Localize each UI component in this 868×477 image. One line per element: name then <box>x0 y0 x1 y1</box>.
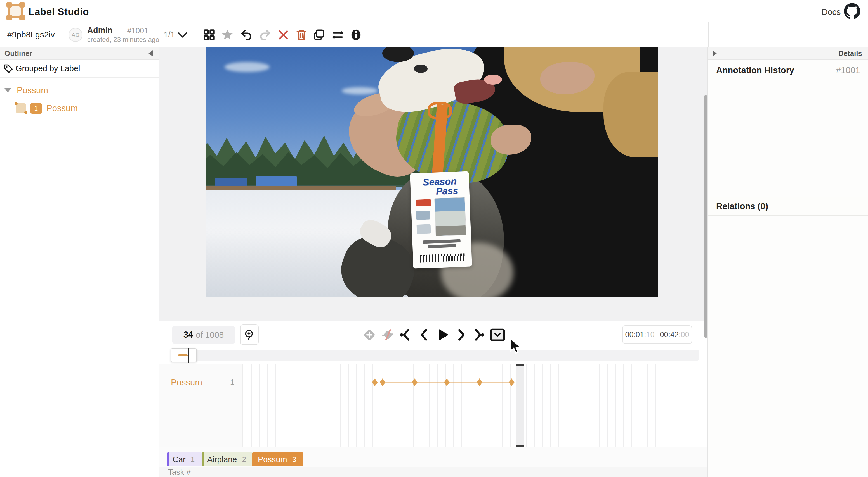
timeline-gridline <box>275 364 276 447</box>
prev-frame-button[interactable] <box>416 327 432 343</box>
timeline-gridline <box>324 364 324 447</box>
label-hotkey-bar: Car 1 Airplane 2 Possum 3 <box>159 447 708 467</box>
seek-track[interactable] <box>170 350 699 361</box>
timeline-gridline <box>332 364 333 447</box>
label-chip-car[interactable]: Car 1 <box>167 452 202 466</box>
frame-counter[interactable]: 34 of 1008 <box>172 326 235 344</box>
timeline-gridline <box>550 364 551 447</box>
current-frame: 34 <box>183 330 193 340</box>
timeline-grid[interactable] <box>243 364 696 447</box>
timeline-gridline <box>607 364 608 447</box>
playhead[interactable] <box>188 348 189 363</box>
settings-sliders-icon[interactable] <box>331 29 344 41</box>
video-frame[interactable]: Season Pass <box>206 47 658 298</box>
relations-title: Relations (0) <box>716 201 768 211</box>
avatar[interactable]: AD <box>68 28 83 42</box>
label-hotkey: 3 <box>292 455 296 464</box>
seek-bar <box>159 348 708 364</box>
annotation-created-at: created, 23 minutes ago <box>87 36 159 43</box>
grid-view-icon[interactable] <box>203 29 216 41</box>
timeline-gridline <box>421 364 422 447</box>
current-time[interactable]: 00:01:10 <box>623 326 657 343</box>
delete-icon[interactable] <box>295 29 308 41</box>
timeline-gridline <box>372 364 373 447</box>
timeline: Possum 1 <box>159 364 708 447</box>
timeline-gridline <box>380 364 381 447</box>
details-title: Details <box>838 49 862 58</box>
next-frame-button[interactable] <box>453 327 469 343</box>
timeline-gridline <box>566 364 567 447</box>
docs-link[interactable]: Docs <box>822 7 841 17</box>
details-panel: Details Annotation History #1001 Relatio… <box>708 47 868 477</box>
label-text: Car <box>173 455 186 464</box>
task-footer: Task # <box>159 467 708 477</box>
remove-keyframe-button[interactable] <box>380 327 396 343</box>
timeline-gridline <box>405 364 405 447</box>
prev-keyframe-button[interactable] <box>397 327 413 343</box>
expand-panel-icon[interactable] <box>713 50 717 56</box>
timeline-gridline <box>445 364 446 447</box>
timeline-gridline <box>453 364 454 447</box>
task-id-tab[interactable]: #9pb8Lgs2iv <box>0 22 62 47</box>
info-icon[interactable] <box>349 29 363 41</box>
timeline-gridline <box>688 364 688 447</box>
timeline-gridline <box>534 364 535 447</box>
play-button[interactable] <box>435 327 451 343</box>
timeline-gridline <box>680 364 680 447</box>
timeline-gridline <box>461 364 462 447</box>
timeline-track-count: 1 <box>230 378 235 387</box>
timeline-gridline <box>494 364 494 447</box>
timeline-range-marker[interactable] <box>516 364 524 447</box>
grouping-selector[interactable]: Grouped by Label <box>0 60 159 78</box>
next-keyframe-button[interactable] <box>471 327 487 343</box>
timeline-track-header[interactable]: Possum 1 <box>159 364 243 447</box>
label-chip-airplane[interactable]: Airplane 2 <box>202 452 253 466</box>
keyframe-diamond[interactable] <box>444 378 450 386</box>
tree-group-possum[interactable]: Possum <box>0 83 159 99</box>
timeline-gridline <box>623 364 624 447</box>
star-icon[interactable] <box>221 29 234 41</box>
timeline-gridline <box>502 364 502 447</box>
undo-icon[interactable] <box>240 29 253 41</box>
grouping-label: Grouped by Label <box>16 64 80 73</box>
time-display: 00:01:10 00:42:00 <box>622 326 692 344</box>
annotated-span <box>178 354 188 356</box>
label-chip-possum[interactable]: Possum 3 <box>252 452 303 466</box>
caret-down-icon[interactable] <box>4 88 11 93</box>
collapse-panel-icon[interactable] <box>149 50 153 57</box>
github-icon[interactable] <box>844 3 860 19</box>
app-title: Label Studio <box>29 6 89 17</box>
video-stage: Season Pass <box>159 47 708 321</box>
duplicate-icon[interactable] <box>313 29 326 41</box>
tree-region-possum[interactable]: 1 Possum <box>0 100 159 118</box>
add-keyframe-button[interactable] <box>362 327 377 343</box>
app-header: Label Studio Docs <box>0 0 868 22</box>
vertical-scrollbar[interactable] <box>705 95 707 338</box>
annotation-history-title: Annotation History <box>716 65 794 75</box>
timeline-gridline <box>655 364 656 447</box>
total-time: 00:42:00 <box>657 326 691 343</box>
chevron-down-icon[interactable] <box>178 31 188 39</box>
label-text: Possum <box>258 455 287 464</box>
timeline-gridline <box>640 364 640 447</box>
timeline-gridline <box>591 364 591 447</box>
relations-section[interactable]: Relations (0) <box>708 197 868 215</box>
zoom-in-button[interactable] <box>240 324 259 345</box>
label-hotkey: 1 <box>191 455 195 464</box>
collapse-timeline-button[interactable] <box>490 327 505 343</box>
annotation-pager: 1/1 <box>163 30 175 39</box>
timeline-gridline <box>251 364 252 447</box>
timeline-gridline <box>300 364 300 447</box>
timeline-gridline <box>348 364 349 447</box>
timeline-gridline <box>615 364 616 447</box>
video-season-pass-badge: Season Pass <box>410 171 472 268</box>
timeline-gridline <box>308 364 308 447</box>
timeline-gridline <box>477 364 478 447</box>
timeline-gridline <box>316 364 316 447</box>
details-header: Details <box>708 47 868 60</box>
timeline-gridline <box>292 364 292 447</box>
reject-icon[interactable] <box>277 29 290 41</box>
outliner-header: Outliner <box>0 47 159 60</box>
redo-icon[interactable] <box>259 29 272 41</box>
timeline-gridline <box>284 364 284 447</box>
